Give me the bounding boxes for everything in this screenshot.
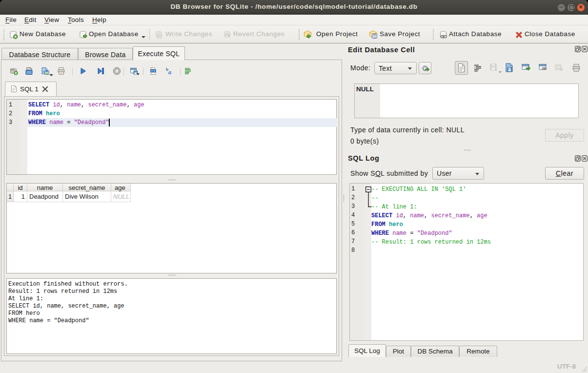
svg-text:a: a [168,69,171,75]
